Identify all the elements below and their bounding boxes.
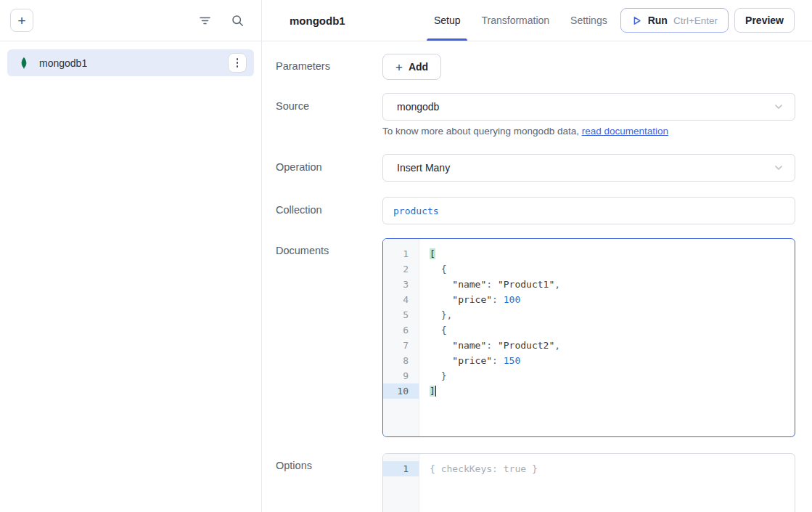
- add-parameter-label: Add: [409, 61, 428, 73]
- code-token: "price": [452, 355, 492, 366]
- documents-row: Documents 12345678910 [ { "name": "Produ…: [276, 238, 796, 437]
- code-token: "Product2": [498, 340, 554, 351]
- source-label: Source: [276, 93, 382, 112]
- query-main-panel: mongodb1 Setup Transformation Settings R…: [262, 0, 812, 512]
- gutter-line-number: 6: [383, 322, 419, 338]
- code-token: },: [430, 309, 452, 320]
- collection-label: Collection: [276, 197, 382, 216]
- plus-icon: +: [17, 14, 25, 28]
- run-button[interactable]: Run Ctrl+Enter: [620, 8, 729, 33]
- query-list-item-mongodb1[interactable]: mongodb1: [7, 49, 254, 76]
- code-line[interactable]: ]: [430, 383, 795, 399]
- mongodb-leaf-icon: [18, 57, 30, 70]
- code-token: [430, 294, 452, 305]
- kebab-menu-icon: [237, 58, 239, 60]
- documents-gutter: 12345678910: [383, 239, 419, 436]
- collection-input[interactable]: products: [382, 197, 795, 224]
- tab-settings[interactable]: Settings: [569, 0, 609, 41]
- operation-select-value: Insert Many: [397, 162, 450, 174]
- parameters-label: Parameters: [276, 54, 382, 72]
- source-select[interactable]: mongodb: [382, 93, 795, 121]
- code-token: {: [430, 325, 446, 336]
- code-token: :: [486, 279, 498, 290]
- add-query-button[interactable]: +: [10, 9, 33, 32]
- search-icon[interactable]: [230, 13, 245, 28]
- collection-row: Collection products: [276, 197, 796, 224]
- code-line[interactable]: [: [430, 246, 795, 261]
- query-title: mongodb1: [290, 15, 345, 27]
- plus-icon: +: [395, 61, 403, 73]
- sidebar-header: +: [0, 0, 261, 41]
- run-button-shortcut: Ctrl+Enter: [673, 15, 718, 26]
- documents-code[interactable]: [ { "name": "Product1", "price": 100 }, …: [419, 239, 795, 436]
- gutter-line-number: 9: [383, 368, 419, 383]
- code-line[interactable]: "price": 100: [430, 292, 795, 307]
- parameters-row: Parameters + Add: [276, 54, 796, 80]
- query-setup-form: Parameters + Add Source mongodb: [262, 41, 812, 512]
- options-placeholder: { checkKeys: true }: [430, 461, 795, 476]
- filter-icon[interactable]: [197, 13, 213, 28]
- code-token: :: [492, 294, 504, 305]
- options-code-editor[interactable]: 1 { checkKeys: true }: [382, 453, 795, 512]
- options-label: Options: [276, 453, 382, 471]
- code-token: "Product1": [498, 279, 554, 290]
- code-token: 100: [504, 294, 520, 305]
- code-token: :: [492, 355, 504, 366]
- operation-row: Operation Insert Many: [276, 154, 796, 182]
- options-row: Options 1 { checkKeys: true }: [276, 453, 796, 512]
- documents-code-editor[interactable]: 12345678910 [ { "name": "Product1", "pri…: [382, 238, 795, 437]
- chevron-down-icon: [773, 162, 784, 174]
- query-tabs: Setup Transformation Settings: [432, 0, 609, 41]
- tab-setup[interactable]: Setup: [432, 0, 462, 41]
- chevron-down-icon: [773, 101, 784, 113]
- code-token: ]: [430, 386, 435, 397]
- code-token: [430, 340, 452, 351]
- code-token: ,: [554, 279, 560, 290]
- gutter-line-number: 5: [383, 307, 419, 322]
- code-token: ,: [554, 340, 560, 351]
- options-gutter: 1: [383, 454, 419, 512]
- gutter-line-number: 4: [383, 292, 419, 307]
- query-item-label: mongodb1: [39, 57, 87, 69]
- query-list: mongodb1: [0, 41, 261, 84]
- code-line[interactable]: {: [430, 261, 795, 277]
- text-cursor: [435, 386, 437, 397]
- code-token: 150: [504, 355, 520, 366]
- gutter-line-number: 10: [383, 383, 419, 399]
- preview-button[interactable]: Preview: [734, 8, 795, 33]
- sidebar-header-icons: [197, 13, 245, 28]
- code-line[interactable]: "name": "Product1",: [430, 277, 795, 292]
- tab-transformation[interactable]: Transformation: [480, 0, 551, 41]
- code-token: "price": [452, 294, 492, 305]
- source-helper-text: To know more about querying mongodb data…: [382, 126, 795, 137]
- code-line[interactable]: "price": 150: [430, 353, 795, 368]
- add-parameter-button[interactable]: + Add: [382, 54, 441, 80]
- code-token: "name": [452, 279, 486, 290]
- code-token: [430, 279, 452, 290]
- query-editor-app: +: [0, 0, 812, 512]
- code-token: "name": [452, 340, 486, 351]
- code-token: }: [430, 370, 446, 381]
- run-button-label: Run: [648, 15, 668, 26]
- query-sidebar: +: [0, 0, 262, 512]
- code-token: :: [486, 340, 498, 351]
- operation-select[interactable]: Insert Many: [382, 154, 795, 182]
- source-row: Source mongodb To know more about queryi…: [276, 93, 796, 137]
- play-icon: [631, 15, 642, 26]
- code-token: [430, 355, 452, 366]
- code-token: {: [430, 264, 446, 275]
- code-line[interactable]: "name": "Product2",: [430, 338, 795, 353]
- code-line[interactable]: {: [430, 322, 795, 338]
- read-documentation-link[interactable]: read documentation: [582, 126, 668, 137]
- query-item-menu-button[interactable]: [228, 53, 247, 73]
- options-code[interactable]: { checkKeys: true }: [419, 454, 795, 512]
- code-line[interactable]: },: [430, 307, 795, 322]
- gutter-line-number: 8: [383, 353, 419, 368]
- gutter-line-number: 7: [383, 338, 419, 353]
- code-token: [: [430, 248, 435, 259]
- gutter-line-number: 1: [383, 246, 419, 261]
- gutter-line-number: 2: [383, 261, 419, 277]
- gutter-line-number: 1: [383, 461, 419, 476]
- code-line[interactable]: }: [430, 368, 795, 383]
- documents-label: Documents: [276, 238, 382, 256]
